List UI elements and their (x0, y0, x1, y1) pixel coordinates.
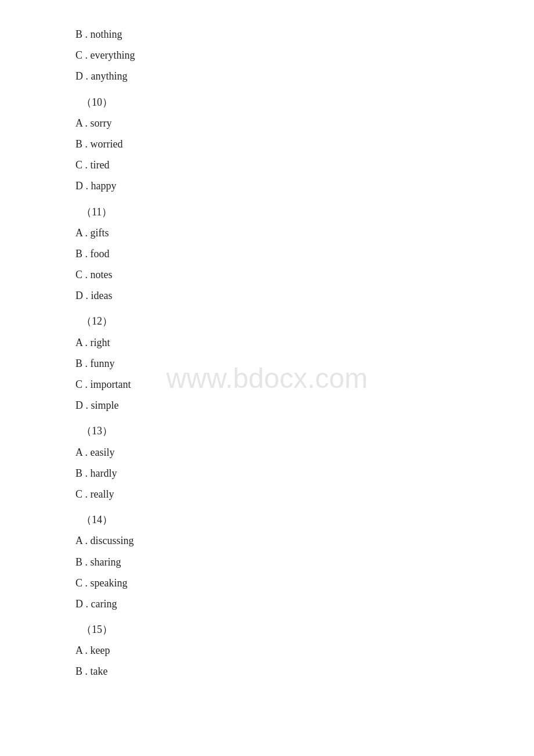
option-5-3: D . caring (75, 594, 459, 614)
option-2-0: A . gifts (75, 223, 459, 243)
option-3-2: C . important (75, 375, 459, 394)
option-2-1: B . food (75, 244, 459, 264)
option-5-0: A . discussing (75, 531, 459, 550)
option-5-1: B . sharing (75, 552, 459, 572)
question-number-5: （14） (75, 510, 459, 530)
option-2-3: D . ideas (75, 286, 459, 305)
option-6-0: A . keep (75, 640, 459, 660)
question-number-2: （11） (75, 202, 459, 222)
option-3-0: A . right (75, 333, 459, 352)
question-number-1: （10） (75, 92, 459, 112)
option-3-3: D . simple (75, 395, 459, 415)
option-0-2: D . anything (75, 66, 459, 86)
option-3-1: B . funny (75, 354, 459, 373)
option-4-1: B . hardly (75, 463, 459, 483)
option-5-2: C . speaking (75, 573, 459, 593)
option-1-0: A . sorry (75, 113, 459, 133)
option-4-2: C . really (75, 484, 459, 504)
option-1-3: D . happy (75, 176, 459, 196)
option-6-1: B . take (75, 661, 459, 681)
main-content: B . nothingC . everythingD . anything（10… (0, 0, 534, 706)
question-number-6: （15） (75, 620, 459, 639)
option-1-1: B . worried (75, 134, 459, 154)
option-0-1: C . everything (75, 45, 459, 65)
option-4-0: A . easily (75, 442, 459, 462)
option-2-2: C . notes (75, 265, 459, 285)
question-number-3: （12） (75, 311, 459, 331)
question-number-4: （13） (75, 421, 459, 441)
option-0-0: B . nothing (75, 24, 459, 44)
option-1-2: C . tired (75, 155, 459, 175)
